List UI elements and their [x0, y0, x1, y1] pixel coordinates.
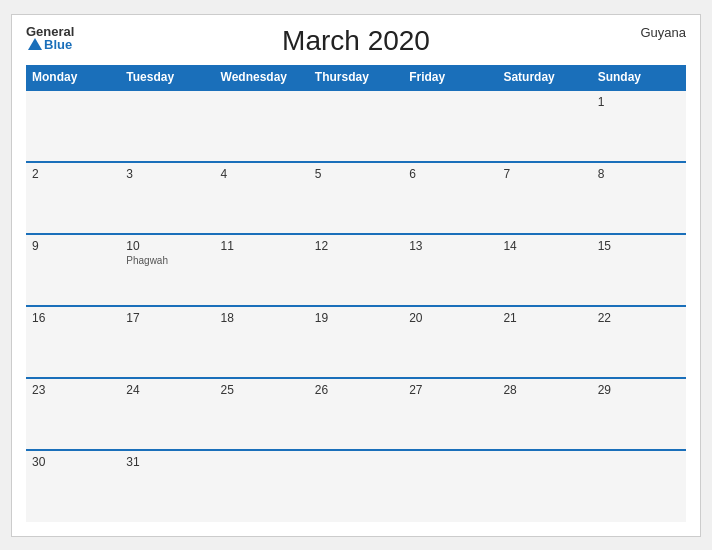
logo-general-text: General [26, 25, 74, 38]
calendar-day-cell: 8 [592, 162, 686, 234]
calendar-day-cell: 3 [120, 162, 214, 234]
day-number: 27 [409, 383, 491, 397]
calendar-day-cell [215, 90, 309, 162]
calendar-day-cell: 11 [215, 234, 309, 306]
calendar-day-cell: 17 [120, 306, 214, 378]
calendar-week-row: 16171819202122 [26, 306, 686, 378]
logo-blue-text: Blue [26, 38, 74, 51]
calendar-day-cell: 5 [309, 162, 403, 234]
header-monday: Monday [26, 65, 120, 90]
day-number: 3 [126, 167, 208, 181]
calendar-day-cell [403, 450, 497, 522]
calendar-day-cell: 25 [215, 378, 309, 450]
calendar-wrapper: General Blue March 2020 Guyana Monday Tu… [11, 14, 701, 537]
calendar-day-cell: 24 [120, 378, 214, 450]
day-number: 14 [503, 239, 585, 253]
calendar-title: March 2020 [282, 25, 430, 57]
day-number: 29 [598, 383, 680, 397]
day-number: 28 [503, 383, 585, 397]
day-number: 10 [126, 239, 208, 253]
day-number: 12 [315, 239, 397, 253]
day-number: 9 [32, 239, 114, 253]
calendar-day-cell: 30 [26, 450, 120, 522]
calendar-day-cell: 2 [26, 162, 120, 234]
header-friday: Friday [403, 65, 497, 90]
calendar-day-cell [497, 450, 591, 522]
day-number: 13 [409, 239, 491, 253]
calendar-day-cell: 19 [309, 306, 403, 378]
day-number: 26 [315, 383, 397, 397]
calendar-day-cell: 9 [26, 234, 120, 306]
header-wednesday: Wednesday [215, 65, 309, 90]
calendar-header: General Blue March 2020 Guyana [26, 25, 686, 57]
calendar-week-row: 1 [26, 90, 686, 162]
header-sunday: Sunday [592, 65, 686, 90]
calendar-day-cell [215, 450, 309, 522]
calendar-day-cell [592, 450, 686, 522]
calendar-day-cell: 26 [309, 378, 403, 450]
day-number: 17 [126, 311, 208, 325]
calendar-day-cell: 6 [403, 162, 497, 234]
calendar-day-cell [26, 90, 120, 162]
header-tuesday: Tuesday [120, 65, 214, 90]
calendar-body: 12345678910Phagwah1112131415161718192021… [26, 90, 686, 522]
day-number: 1 [598, 95, 680, 109]
day-number: 25 [221, 383, 303, 397]
calendar-week-row: 2345678 [26, 162, 686, 234]
day-number: 8 [598, 167, 680, 181]
calendar-day-cell: 10Phagwah [120, 234, 214, 306]
calendar-day-cell [309, 90, 403, 162]
header-thursday: Thursday [309, 65, 403, 90]
day-number: 2 [32, 167, 114, 181]
calendar-day-cell: 28 [497, 378, 591, 450]
calendar-day-cell: 21 [497, 306, 591, 378]
calendar-day-cell: 31 [120, 450, 214, 522]
day-number: 21 [503, 311, 585, 325]
calendar-day-cell: 16 [26, 306, 120, 378]
day-number: 18 [221, 311, 303, 325]
day-number: 6 [409, 167, 491, 181]
day-number: 11 [221, 239, 303, 253]
day-number: 5 [315, 167, 397, 181]
logo-triangle-icon [28, 38, 42, 50]
calendar-day-cell: 4 [215, 162, 309, 234]
calendar-day-cell [120, 90, 214, 162]
calendar-day-cell: 13 [403, 234, 497, 306]
calendar-week-row: 23242526272829 [26, 378, 686, 450]
calendar-day-cell: 22 [592, 306, 686, 378]
event-label: Phagwah [126, 255, 208, 266]
header-saturday: Saturday [497, 65, 591, 90]
calendar-day-cell: 15 [592, 234, 686, 306]
calendar-day-cell: 1 [592, 90, 686, 162]
weekday-header-row: Monday Tuesday Wednesday Thursday Friday… [26, 65, 686, 90]
calendar-week-row: 3031 [26, 450, 686, 522]
calendar-day-cell: 12 [309, 234, 403, 306]
calendar-day-cell: 29 [592, 378, 686, 450]
calendar-day-cell: 14 [497, 234, 591, 306]
calendar-day-cell [403, 90, 497, 162]
day-number: 4 [221, 167, 303, 181]
day-number: 15 [598, 239, 680, 253]
logo: General Blue [26, 25, 74, 51]
day-number: 30 [32, 455, 114, 469]
day-number: 24 [126, 383, 208, 397]
calendar-day-cell: 23 [26, 378, 120, 450]
day-number: 16 [32, 311, 114, 325]
day-number: 19 [315, 311, 397, 325]
calendar-day-cell [309, 450, 403, 522]
day-number: 7 [503, 167, 585, 181]
calendar-day-cell: 20 [403, 306, 497, 378]
calendar-day-cell: 18 [215, 306, 309, 378]
day-number: 22 [598, 311, 680, 325]
day-number: 31 [126, 455, 208, 469]
calendar-grid: Monday Tuesday Wednesday Thursday Friday… [26, 65, 686, 522]
day-number: 23 [32, 383, 114, 397]
calendar-day-cell: 27 [403, 378, 497, 450]
calendar-day-cell: 7 [497, 162, 591, 234]
day-number: 20 [409, 311, 491, 325]
calendar-day-cell [497, 90, 591, 162]
calendar-week-row: 910Phagwah1112131415 [26, 234, 686, 306]
country-label: Guyana [640, 25, 686, 40]
